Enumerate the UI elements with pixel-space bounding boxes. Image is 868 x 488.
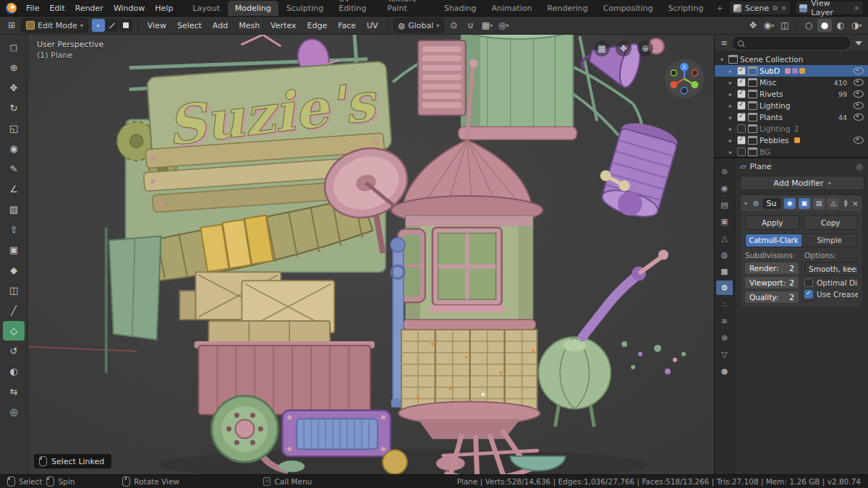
menu-select[interactable]: Select [173,21,206,30]
tool-extrude-region-icon[interactable]: ⇧ [3,220,25,239]
modifier-reorder-arrows[interactable]: ▲▼ [843,199,847,207]
disclosure-icon[interactable] [729,114,735,121]
disclosure-icon[interactable] [729,137,735,144]
disclosure-icon[interactable] [729,103,735,109]
disclosure-icon[interactable] [729,80,735,86]
tool-edge-slide-icon[interactable]: ⇆ [3,382,25,401]
collection-checkbox[interactable] [737,78,746,87]
tool-select-box-icon[interactable]: ◻ [3,38,25,57]
tool-rotate-icon[interactable]: ↻ [3,98,25,118]
collection-checkbox[interactable] [737,124,746,133]
eye-icon[interactable] [854,67,864,74]
menu-help[interactable]: Help [150,0,178,16]
tool-scale-icon[interactable]: ◱ [3,119,25,138]
tool-smooth-icon[interactable]: ◐ [3,361,25,381]
quality-field[interactable]: Quality: 2 [745,291,799,303]
optimal-display-checkbox[interactable] [804,278,813,287]
optimal-display-option[interactable]: Optimal Displ... [804,278,858,287]
eye-icon[interactable] [854,102,864,109]
tab-output-icon[interactable]: ▤ [716,197,733,212]
tool-knife-icon[interactable]: ╱ [3,301,25,320]
edge-select-mode-icon[interactable] [106,19,119,32]
toggle-perspective-icon[interactable]: ▦ [594,40,610,56]
transform-orientation-selector[interactable]: ◍ Global [393,18,445,33]
pan-hand-icon[interactable]: ✥ [616,40,631,56]
apply-button[interactable]: Apply [745,215,800,230]
tab-object-data-icon[interactable]: ▽ [716,347,733,361]
scene-selector[interactable]: Scene [729,1,791,15]
navigation-gizmo[interactable]: Z [663,58,705,100]
tab-modifiers-wrench-icon[interactable]: ⚙ [716,281,733,295]
outliner-row-bg[interactable]: BG [715,146,868,157]
menu-add[interactable]: Add [208,21,232,30]
tool-move-icon[interactable]: ✥ [3,78,25,98]
outliner-editor-icon[interactable] [718,38,730,48]
tool-cursor-icon[interactable]: ⊕ [3,58,25,77]
filter-icon[interactable] [855,41,862,46]
workspace-tab-compositing[interactable]: Compositing [596,1,660,16]
disclosure-icon[interactable] [729,91,735,98]
menu-render[interactable]: Render [70,0,109,16]
tool-annotate-icon[interactable]: ✎ [3,159,25,179]
menu-edit[interactable]: Edit [44,0,69,16]
zoom-icon[interactable]: ⊕ [637,40,653,56]
remove-view-layer-icon[interactable] [854,5,859,12]
menu-uv[interactable]: UV [362,21,383,30]
workspace-tab-animation[interactable]: Animation [484,1,539,16]
eye-icon[interactable] [854,114,864,121]
outliner-row-misc[interactable]: Misc 410 [715,77,868,88]
modifier-name-field[interactable]: Su [762,198,781,209]
tab-active-tool-icon[interactable]: ⊚ [716,164,733,179]
tab-particles-icon[interactable]: ∴ [716,297,733,312]
overlays-icon[interactable]: ◉ [762,19,776,32]
xray-toggle-icon[interactable]: ◫ [778,19,792,32]
collection-checkbox[interactable] [737,101,746,110]
outliner-row-rivets[interactable]: Rivets 99 [715,88,868,100]
tab-constraints-icon[interactable]: ⊗ [716,330,733,345]
collection-checkbox[interactable] [737,90,746,98]
modifier-cage-toggle-icon[interactable]: △ [827,198,839,209]
shading-solid-icon[interactable]: ● [817,19,832,32]
outliner-row-pebbles[interactable]: Pebbles [715,134,868,146]
collection-checkbox[interactable] [737,136,746,145]
menu-face[interactable]: Face [333,21,360,30]
workspace-tab-rendering[interactable]: Rendering [540,1,595,16]
workspace-tab-shading[interactable]: Shading [437,1,484,16]
viewport-subdivisions-field[interactable]: Viewport: 2 [745,277,799,288]
eye-icon[interactable] [854,137,864,144]
workspace-tab-uv-editing[interactable]: UV Editing [331,0,379,16]
editor-type-icon[interactable]: ⊞ [4,19,19,32]
pivot-point-icon[interactable]: ⊙ [446,19,461,32]
catmull-clark-button[interactable]: Catmull-Clark [746,234,801,247]
remove-scene-icon[interactable] [781,5,787,12]
shading-material-icon[interactable]: ◐ [833,19,848,32]
pin-icon[interactable] [856,162,863,171]
outliner-row-plants[interactable]: Plants 44 [715,111,868,123]
view-layer-selector[interactable]: View Layer [795,1,864,15]
vertex-select-mode-icon[interactable] [92,19,105,32]
workspace-tab-texture-paint[interactable]: Texture Paint [380,0,435,16]
outliner-row-scene-collection[interactable]: Scene Collection [715,53,868,65]
outliner-search[interactable] [733,37,850,49]
tool-shrink-fatten-icon[interactable]: ◎ [3,402,25,421]
tool-poly-build-icon[interactable]: ◇ [3,321,25,341]
workspace-tab-layout[interactable]: Layout [185,1,226,16]
blender-logo-icon[interactable] [6,3,17,14]
tool-transform-icon[interactable]: ◉ [3,139,25,158]
collection-checkbox[interactable] [737,113,746,121]
add-workspace-button[interactable]: + [712,1,728,16]
tool-loop-cut-icon[interactable]: ◫ [3,281,25,300]
tab-material-icon[interactable]: ● [716,364,733,378]
mode-selector[interactable]: Edit Mode [21,18,88,33]
modifier-render-toggle-icon[interactable]: ◉ [784,198,796,209]
tab-view-layer-icon[interactable]: ▣ [716,214,733,228]
workspace-tab-scripting[interactable]: Scripting [661,1,711,16]
tool-inset-faces-icon[interactable]: ▣ [3,240,25,260]
proportional-editing-icon[interactable]: ◎ [496,19,511,32]
viewport-canvas[interactable]: Suzie's Suzie's [28,35,714,474]
tool-spin-icon[interactable]: ↺ [3,341,25,361]
add-modifier-button[interactable]: Add Modifier [740,176,864,190]
outliner-row-lighting-2[interactable]: Lighting_2 [715,123,868,134]
new-scene-icon[interactable] [773,5,777,12]
menu-file[interactable]: File [21,0,44,16]
